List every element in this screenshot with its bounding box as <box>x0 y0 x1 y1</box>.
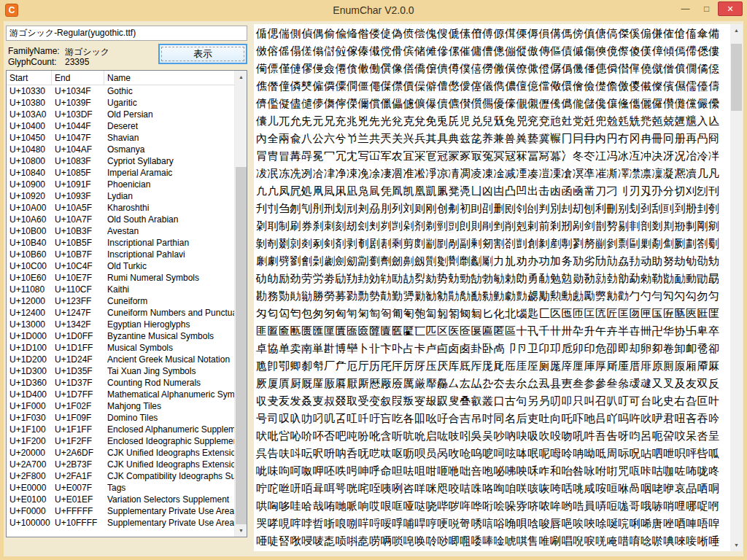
table-row[interactable]: U+1D000 U+1D0FF Byzantine Musical Symbol… <box>7 330 234 342</box>
table-row[interactable]: U+10B40 U+10B5F Inscriptional Parthian <box>7 237 234 249</box>
show-button[interactable]: 表示 <box>158 44 247 64</box>
table-row[interactable]: U+11080 U+110CF Kaithi <box>7 284 234 295</box>
close-icon: ✕ <box>727 4 733 13</box>
cell-name: Deseret <box>104 120 234 132</box>
list-scrollbar[interactable]: ▲ ▼ <box>234 71 247 537</box>
cell-end: U+123FF <box>52 295 104 307</box>
cell-end: U+1247F <box>52 307 104 319</box>
cell-start: U+10E60 <box>7 272 52 284</box>
cell-name: Enclosed Ideographic Supplement <box>104 435 234 447</box>
table-row[interactable]: U+10800 U+1083F Cypriot Syllabary <box>7 155 234 167</box>
block-list: Start End Name U+10330 U+1034F Gothic U+… <box>6 70 247 537</box>
table-row[interactable]: U+10840 U+1085F Imperial Aramaic <box>7 167 234 179</box>
table-row[interactable]: U+1D300 U+1D35F Tai Xuan Jing Symbols <box>7 365 234 377</box>
glyph-scroll-up-button[interactable]: ▲ <box>730 24 743 36</box>
header-name[interactable]: Name <box>104 71 234 85</box>
titlebar: C EnumChar V2.0.0 — □ ✕ <box>0 0 747 21</box>
cell-end: U+10C4F <box>52 260 104 272</box>
cell-end: U+10E7F <box>52 272 104 284</box>
cell-name: Mathematical Alphanumeric Symbols <box>104 389 234 400</box>
table-row[interactable]: U+E0000 U+E007F Tags <box>7 482 234 494</box>
table-row[interactable]: U+13000 U+1342F Egyptian Hieroglyphs <box>7 319 234 330</box>
list-scroll-up-button[interactable]: ▲ <box>235 71 247 83</box>
table-row[interactable]: U+10A00 U+10A5F Kharoshthi <box>7 202 234 214</box>
table-row[interactable]: U+1F200 U+1F2FF Enclosed Ideographic Sup… <box>7 435 234 447</box>
glyph-scrollbar[interactable]: ▲ ▼ <box>730 24 743 551</box>
table-row[interactable]: U+1F030 U+1F09F Domino Tiles <box>7 412 234 424</box>
cell-end: U+1D7FF <box>52 389 104 400</box>
table-row[interactable]: U+100000 U+10FFFF Supplementary Private … <box>7 517 234 529</box>
minimize-icon: — <box>681 4 690 14</box>
table-row[interactable]: U+10450 U+1047F Shavian <box>7 132 234 144</box>
cell-start: U+11080 <box>7 284 52 295</box>
glyph-scroll-down-button[interactable]: ▼ <box>730 539 743 551</box>
table-row[interactable]: U+1D100 U+1D1FF Musical Symbols <box>7 342 234 354</box>
cell-start: U+20000 <box>7 447 52 459</box>
cell-end: U+104AF <box>52 144 104 155</box>
cell-end: U+1342F <box>52 319 104 330</box>
close-button[interactable]: ✕ <box>718 1 743 16</box>
table-row[interactable]: U+2A700 U+2B73F CJK Unified Ideographs E… <box>7 459 234 470</box>
show-button-label: 表示 <box>193 48 212 59</box>
cell-end: U+1D35F <box>52 365 104 377</box>
header-end[interactable]: End <box>52 71 104 85</box>
cell-name: Kaithi <box>104 284 234 295</box>
table-row[interactable]: U+1D400 U+1D7FF Mathematical Alphanumeri… <box>7 389 234 400</box>
cell-name: Supplementary Private Use Area-B <box>104 517 234 529</box>
table-row[interactable]: U+10330 U+1034F Gothic <box>7 85 234 97</box>
cell-name: Domino Tiles <box>104 412 234 424</box>
table-row[interactable]: U+10920 U+1093F Lydian <box>7 190 234 202</box>
table-row[interactable]: U+10A60 U+10A7F Old South Arabian <box>7 214 234 225</box>
cell-end: U+1D24F <box>52 354 104 365</box>
glyph-panel[interactable]: 偱偲偳側偵偶偷偸偹偺偻偼偽偾偿傀傁傂傃傄傅傆傇傈傉傊傋傌傍傎傏傐傑傒傓傔傕傖傗傘… <box>254 24 730 551</box>
cell-name: Phoenician <box>104 179 234 190</box>
table-row[interactable]: U+2F800 U+2FA1F CJK Compatibility Ideogr… <box>7 470 234 482</box>
cell-name: CJK Unified Ideographs Extension B <box>104 447 234 459</box>
cell-start: U+1F000 <box>7 400 52 412</box>
cell-start: U+12400 <box>7 307 52 319</box>
cell-start: U+1D360 <box>7 377 52 389</box>
table-row[interactable]: U+1F100 U+1F1FF Enclosed Alphanumeric Su… <box>7 424 234 435</box>
cell-start: U+13000 <box>7 319 52 330</box>
table-row[interactable]: U+103A0 U+103DF Old Persian <box>7 109 234 120</box>
table-row[interactable]: U+10B00 U+10B3F Avestan <box>7 225 234 237</box>
cell-end: U+10B5F <box>52 237 104 249</box>
glyph-scroll-thumb[interactable] <box>731 44 742 111</box>
cell-name: Musical Symbols <box>104 342 234 354</box>
table-row[interactable]: U+1D200 U+1D24F Ancient Greek Musical No… <box>7 354 234 365</box>
table-row[interactable]: U+10380 U+1039F Ugaritic <box>7 97 234 109</box>
cell-start: U+1D200 <box>7 354 52 365</box>
caption-buttons: — □ ✕ <box>676 1 743 16</box>
app-logo-icon[interactable]: C <box>5 4 18 17</box>
cell-name: Old South Arabian <box>104 214 234 225</box>
table-row[interactable]: U+12400 U+1247F Cuneiform Numbers and Pu… <box>7 307 234 319</box>
minimize-button[interactable]: — <box>676 1 695 16</box>
cell-start: U+10A00 <box>7 202 52 214</box>
list-scroll-down-button[interactable]: ▼ <box>235 524 247 537</box>
cell-name: Osmanya <box>104 144 234 155</box>
table-row[interactable]: U+10E60 U+10E7F Rumi Numeral Symbols <box>7 272 234 284</box>
table-row[interactable]: U+20000 U+2A6DF CJK Unified Ideographs E… <box>7 447 234 459</box>
list-scroll-thumb[interactable] <box>236 167 247 524</box>
table-row[interactable]: U+10480 U+104AF Osmanya <box>7 144 234 155</box>
table-row[interactable]: U+1F000 U+1F02F Mahjong Tiles <box>7 400 234 412</box>
cell-name: Cuneiform Numbers and Punctuation <box>104 307 234 319</box>
header-start[interactable]: Start <box>7 71 52 85</box>
table-row[interactable]: U+F0000 U+FFFFF Supplementary Private Us… <box>7 505 234 517</box>
table-row[interactable]: U+10400 U+1044F Deseret <box>7 120 234 132</box>
table-row[interactable]: U+1D360 U+1D37F Counting Rod Numerals <box>7 377 234 389</box>
font-file-input[interactable] <box>6 26 247 41</box>
scroll-down-icon: ▼ <box>734 542 739 548</box>
cell-name: Shavian <box>104 132 234 144</box>
table-row[interactable]: U+10C00 U+10C4F Old Turkic <box>7 260 234 272</box>
window-title: EnumChar V2.0.0 <box>0 4 747 16</box>
table-row[interactable]: U+12000 U+123FF Cuneiform <box>7 295 234 307</box>
cell-name: Supplementary Private Use Area-A <box>104 505 234 517</box>
table-row[interactable]: U+10B60 U+10B7F Inscriptional Pahlavi <box>7 249 234 260</box>
scroll-down-icon: ▼ <box>239 528 244 533</box>
table-row[interactable]: U+E0100 U+E01EF Variation Selectors Supp… <box>7 494 234 505</box>
table-row[interactable]: U+10900 U+1091F Phoenician <box>7 179 234 190</box>
cell-start: U+10B60 <box>7 249 52 260</box>
maximize-button[interactable]: □ <box>697 1 716 16</box>
block-table-body: U+10330 U+1034F Gothic U+10380 U+1039F U… <box>7 85 234 537</box>
